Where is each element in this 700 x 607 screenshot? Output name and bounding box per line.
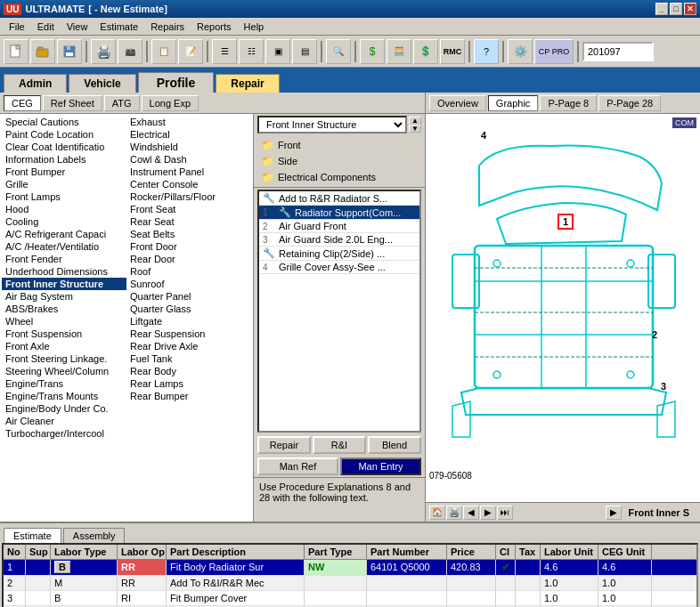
tool-btn-5[interactable]: ▣ bbox=[265, 39, 290, 64]
tool-btn-4[interactable]: ☷ bbox=[239, 39, 264, 64]
close-button[interactable]: ✕ bbox=[684, 3, 696, 15]
cat-roof[interactable]: Roof bbox=[126, 265, 251, 278]
cat-rear-drive[interactable]: Rear Drive Axle bbox=[126, 340, 251, 352]
maximize-button[interactable]: □ bbox=[670, 3, 682, 15]
tool-btn-1[interactable]: 📋 bbox=[151, 39, 176, 64]
sub-tab-refsheet[interactable]: Ref Sheet bbox=[43, 95, 102, 111]
part-row-clip[interactable]: 🔧 Retaining Clip(2/Side) ... bbox=[259, 247, 419, 261]
structure-dropdown[interactable]: Front Inner Structure bbox=[257, 116, 407, 134]
graphic-side-btn[interactable]: ▶ bbox=[606, 506, 622, 520]
cat-quarter-glass[interactable]: Quarter Glass bbox=[126, 303, 251, 315]
cat-ac-refrig[interactable]: A/C Refrigerant Capaci bbox=[2, 228, 126, 240]
sub-tab-atg[interactable]: ATG bbox=[104, 95, 140, 111]
zoom-button[interactable]: 🔍 bbox=[326, 39, 351, 64]
part-items-list[interactable]: 🔧 Add to R&R Radiator S... 1 🔧 Radiator … bbox=[257, 190, 421, 433]
cat-center-console[interactable]: Center Console bbox=[126, 178, 251, 190]
cat-quarter-panel[interactable]: Quarter Panel bbox=[126, 290, 251, 303]
cat-grille[interactable]: Grille bbox=[2, 178, 126, 190]
graphic-tab-ppage28[interactable]: P-Page 28 bbox=[598, 95, 661, 111]
print-button[interactable]: 🖨️ bbox=[91, 39, 116, 64]
cat-front-bumper[interactable]: Front Bumper bbox=[2, 166, 126, 178]
tab-admin[interactable]: Admin bbox=[4, 74, 67, 93]
graphic-tab-ppage8[interactable]: P-Page 8 bbox=[540, 95, 597, 111]
graphic-home-btn[interactable]: 🏠 bbox=[429, 506, 445, 520]
folder-side[interactable]: 📁 Side bbox=[257, 153, 421, 169]
cat-air-cleaner[interactable]: Air Cleaner bbox=[2, 415, 126, 427]
table-row-2[interactable]: 2 M RR Add To R&I/R&R Mec 1.0 1.0 bbox=[4, 576, 696, 591]
menu-file[interactable]: File bbox=[4, 20, 30, 34]
tab-repair[interactable]: Repair bbox=[216, 74, 279, 93]
cat-special-cautions[interactable]: Special Cautions bbox=[2, 116, 126, 128]
cat-engine-mounts[interactable]: Engine/Trans Mounts bbox=[2, 390, 126, 402]
cp-pro-button[interactable]: CP PRO bbox=[534, 39, 574, 64]
tool-btn-3[interactable]: ☰ bbox=[212, 39, 237, 64]
cat-front-door[interactable]: Front Door bbox=[126, 240, 251, 253]
randr-button[interactable]: R&I bbox=[313, 436, 366, 454]
cat-info-labels[interactable]: Information Labels bbox=[2, 153, 126, 166]
fax-button[interactable]: 📠 bbox=[118, 39, 142, 64]
cat-rear-suspension[interactable]: Rear Suspension bbox=[126, 328, 251, 340]
sub-tab-longexp[interactable]: Long Exp bbox=[142, 95, 199, 111]
cat-rear-body[interactable]: Rear Body bbox=[126, 365, 251, 377]
cat-front-steering[interactable]: Front Steering Linkage. bbox=[2, 352, 126, 365]
cat-paint-code[interactable]: Paint Code Location bbox=[2, 128, 126, 141]
menu-reports[interactable]: Reports bbox=[191, 20, 237, 34]
cat-front-axle[interactable]: Front Axle bbox=[2, 340, 126, 352]
cat-front-seat[interactable]: Front Seat bbox=[126, 203, 251, 215]
category-list[interactable]: Special Cautions Paint Code Location Cle… bbox=[0, 114, 254, 522]
man-ref-button[interactable]: Man Ref bbox=[257, 457, 338, 475]
tab-estimate[interactable]: Estimate bbox=[4, 528, 61, 543]
tab-profile[interactable]: Profile bbox=[138, 72, 215, 93]
scroll-down-btn[interactable]: ▼ bbox=[409, 125, 421, 133]
cat-front-lamps[interactable]: Front Lamps bbox=[2, 190, 126, 203]
cat-windshield[interactable]: Windshield bbox=[126, 141, 251, 153]
open-button[interactable] bbox=[30, 39, 55, 64]
dollar2-button[interactable]: 💲 bbox=[413, 39, 438, 64]
cat-liftgate[interactable]: Liftgate bbox=[126, 315, 251, 328]
cat-sunroof[interactable]: Sunroof bbox=[126, 278, 251, 290]
cat-rear-door[interactable]: Rear Door bbox=[126, 253, 251, 265]
repair-button[interactable]: Repair bbox=[257, 436, 311, 454]
cat-abs-brakes[interactable]: ABS/Brakes bbox=[2, 303, 126, 315]
cat-front-inner-structure[interactable]: Front Inner Structure bbox=[2, 278, 126, 290]
man-entry-button[interactable]: Man Entry bbox=[340, 457, 421, 475]
graphic-prev-btn[interactable]: ◀ bbox=[463, 506, 479, 520]
menu-view[interactable]: View bbox=[61, 20, 94, 34]
menu-help[interactable]: Help bbox=[239, 20, 270, 34]
cat-rocker[interactable]: Rocker/Pillars/Floor bbox=[126, 190, 251, 203]
cat-ac-heater[interactable]: A/C /Heater/Ventilatio bbox=[2, 240, 126, 253]
cat-rear-seat[interactable]: Rear Seat bbox=[126, 215, 251, 228]
tool-btn-2[interactable]: 📝 bbox=[178, 39, 203, 64]
minimize-button[interactable]: _ bbox=[655, 3, 668, 15]
table-row-3[interactable]: 3 B RI Fit Bumper Cover 1.0 1.0 bbox=[4, 591, 696, 606]
cat-turbo[interactable]: Turbocharger/Intercool bbox=[2, 427, 126, 440]
part-row-add[interactable]: 🔧 Add to R&R Radiator S... bbox=[259, 191, 419, 206]
blend-button[interactable]: Blend bbox=[368, 436, 421, 454]
cat-fuel-tank[interactable]: Fuel Tank bbox=[126, 352, 251, 365]
tool-btn-6[interactable]: ▤ bbox=[292, 39, 317, 64]
cat-seat-belts[interactable]: Seat Belts bbox=[126, 228, 251, 240]
cat-rear-lamps[interactable]: Rear Lamps bbox=[126, 377, 251, 390]
part-row-3[interactable]: 3 Air Guard Side 2.0L Eng... bbox=[259, 233, 419, 247]
part-row-2[interactable]: 2 Air Guard Front bbox=[259, 220, 419, 233]
graphic-tab-graphic[interactable]: Graphic bbox=[488, 95, 539, 111]
new-button[interactable] bbox=[4, 39, 28, 64]
table-row-1[interactable]: 1 B RR Fit Body Radiator Sur NW 64101 Q5… bbox=[4, 560, 696, 576]
tab-assembly[interactable]: Assembly bbox=[63, 528, 126, 543]
cat-underhood[interactable]: Underhood Dimensions bbox=[2, 265, 126, 278]
tab-vehicle[interactable]: Vehicle bbox=[69, 74, 135, 93]
cat-rear-bumper[interactable]: Rear Bumper bbox=[126, 390, 251, 402]
sub-tab-ceg[interactable]: CEG bbox=[4, 95, 41, 111]
job-number-input[interactable] bbox=[582, 42, 654, 61]
cat-clear-coat[interactable]: Clear Coat Identificatio bbox=[2, 141, 126, 153]
menu-estimate[interactable]: Estimate bbox=[94, 20, 143, 34]
dollar-button[interactable]: $ bbox=[360, 39, 385, 64]
help-icon-btn[interactable]: ? bbox=[474, 39, 499, 64]
save-button[interactable] bbox=[57, 39, 82, 64]
part-row-1[interactable]: 1 🔧 Radiator Support(Com... bbox=[259, 206, 419, 220]
menu-repairs[interactable]: Repairs bbox=[145, 20, 190, 34]
cat-cowl[interactable]: Cowl & Dash bbox=[126, 153, 251, 166]
scroll-up-btn[interactable]: ▲ bbox=[409, 117, 421, 125]
tool-rmc[interactable]: RMC bbox=[440, 39, 465, 64]
cat-engine-body[interactable]: Engine/Body Under Co. bbox=[2, 402, 126, 415]
